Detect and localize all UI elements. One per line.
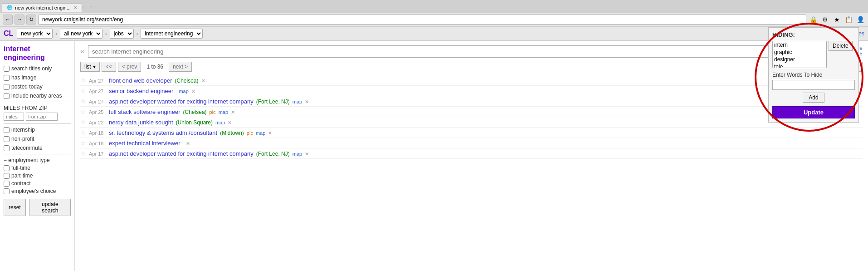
internship-filter: internship [4,127,71,133]
delete-button[interactable]: Delete [829,41,853,51]
part-time-label[interactable]: part-time [4,172,71,179]
tab-close-icon[interactable]: ✕ [73,5,77,10]
posted-today-label[interactable]: posted today [4,84,71,90]
internship-checkbox[interactable] [4,127,10,133]
internship-label[interactable]: internship [4,127,71,133]
employment-type-label[interactable]: − employment type [4,157,71,163]
miles-inputs [4,113,71,121]
listing-star[interactable]: ☆ [80,98,86,105]
miles-input[interactable] [4,113,24,121]
new-tab[interactable] [82,6,92,9]
collapse-button[interactable]: « [80,47,84,55]
zip-input[interactable] [26,113,58,121]
listing-row: ☆ Apr 22 nerdy data junkie sought (Union… [80,117,863,128]
include-nearby-checkbox[interactable] [4,93,10,99]
ext-icon-5[interactable]: 👤 [855,15,865,25]
listing-row: ☆ Apr 27 front end web developer (Chelse… [80,75,863,86]
telecommute-label[interactable]: telecommute [4,145,71,151]
map-link[interactable]: map [215,120,225,125]
contract-checkbox[interactable] [4,181,10,187]
has-image-label[interactable]: has image [4,74,71,81]
listing-title[interactable]: full stack software engineer [109,108,180,115]
listing-star[interactable]: ☆ [80,118,86,126]
page-range: 1 to 36 [143,62,167,71]
category-select[interactable]: internet engineering [141,29,203,39]
ext-icon-3[interactable]: ★ [832,15,842,25]
category-group-select[interactable]: jobs [110,29,134,39]
search-titles-label[interactable]: search titles only [4,65,71,72]
listing-remove-icon[interactable]: ✕ [268,130,272,136]
listing-star[interactable]: ☆ [80,129,86,136]
listing-location: (Chelsea) [183,109,207,115]
listing-remove-icon[interactable]: ✕ [186,141,190,147]
update-button[interactable]: Update [772,106,855,118]
search-input[interactable] [88,45,825,58]
content-inner: « 🔍 save search list ▾ << < prev 1 to 36… [75,41,868,163]
listing-remove-icon[interactable]: ✕ [201,78,205,84]
listing-star[interactable]: ☆ [80,108,86,115]
non-profit-label[interactable]: non-profit [4,136,71,142]
enter-words-label: Enter Words To Hide [772,72,855,78]
arrow-3: › [137,31,138,36]
prev-page-button[interactable]: < prev [118,62,141,72]
map-link[interactable]: map [179,89,188,94]
search-titles-checkbox[interactable] [4,66,10,72]
address-bar[interactable] [38,15,806,25]
ext-icon-2[interactable]: ⚙ [820,15,830,25]
add-button[interactable]: Add [803,93,824,103]
update-search-button[interactable]: update search [29,199,71,216]
browser-toolbar: ← → ↻ 🔒 ⚙ ★ 📋 👤 [0,13,868,26]
listing-title[interactable]: sr. technology & systems adm./consultant [109,129,217,136]
map-link[interactable]: map [293,99,302,104]
listing-remove-icon[interactable]: ✕ [305,151,309,157]
map-link[interactable]: map [256,130,265,136]
region-select[interactable]: all new york [60,29,102,39]
next-page-button[interactable]: next > [169,62,192,72]
divider-2 [4,123,71,124]
listing-star[interactable]: ☆ [80,139,86,147]
listing-title[interactable]: expert technical interviewer [109,140,180,147]
reset-button[interactable]: reset [4,199,26,216]
listing-title[interactable]: asp.net developer wanted for exciting in… [109,98,254,105]
listing-star[interactable]: ☆ [80,150,86,157]
forward-button[interactable]: → [15,15,24,25]
active-tab[interactable]: 🌐 new york internet engin... ✕ [2,3,82,12]
bottom-buttons: reset update search [4,199,71,216]
full-time-label[interactable]: full-time [4,165,71,171]
list-button[interactable]: list ▾ [80,62,100,72]
listing-title[interactable]: senior backend engineer [109,88,173,94]
map-link[interactable]: map [293,151,302,157]
map-link[interactable]: map [219,109,228,115]
listing-title[interactable]: front end web developer [109,77,172,84]
back-button[interactable]: ← [3,15,13,25]
employees-choice-checkbox[interactable] [4,188,10,194]
listing-date: Apr 27 [89,99,106,104]
listing-date: Apr 25 [89,109,106,115]
location-select[interactable]: new york [17,29,53,39]
listing-star[interactable]: ☆ [80,87,86,94]
enter-words-input[interactable] [772,80,855,90]
listing-remove-icon[interactable]: ✕ [305,99,309,105]
ext-icon-1[interactable]: 🔒 [808,15,818,25]
full-time-checkbox[interactable] [4,165,10,171]
reload-button[interactable]: ↻ [26,15,36,25]
ext-icon-4[interactable]: 📋 [844,15,853,25]
telecommute-checkbox[interactable] [4,145,10,151]
non-profit-checkbox[interactable] [4,136,10,142]
has-image-checkbox[interactable] [4,75,10,81]
listing-remove-icon[interactable]: ✕ [231,109,235,115]
listing-title[interactable]: asp.net developer wanted for exciting in… [109,150,254,157]
contract-label[interactable]: contract [4,180,71,187]
non-profit-filter: non-profit [4,136,71,142]
hidden-words-listbox[interactable]: interngraphicdesignertele [772,41,827,68]
listing-remove-icon[interactable]: ✕ [191,89,195,94]
part-time-checkbox[interactable] [4,173,10,179]
listing-remove-icon[interactable]: ✕ [228,120,232,126]
employees-choice-label[interactable]: employee's choice [4,188,71,194]
listing-star[interactable]: ☆ [80,77,86,84]
first-page-button[interactable]: << [102,62,116,72]
include-nearby-label[interactable]: include nearby areas [4,93,71,99]
listing-title[interactable]: nerdy data junkie sought [109,119,173,126]
posted-today-checkbox[interactable] [4,84,10,90]
search-row: « 🔍 save search [80,44,863,58]
